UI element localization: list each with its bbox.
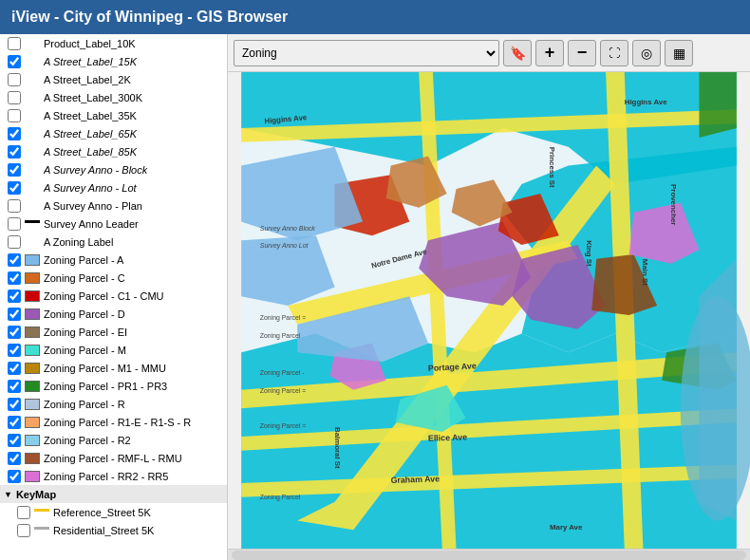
svg-text:Balmoral St: Balmoral St: [333, 427, 342, 469]
map-toolbar: Zoning Streets Parcels Aerial 🔖 + − ⛶ ◎ …: [228, 34, 750, 72]
layer-checkbox[interactable]: [8, 452, 21, 465]
layer-swatch: [25, 38, 40, 49]
layer-checkbox[interactable]: [8, 326, 21, 339]
layer-swatch: [25, 200, 40, 212]
layer-item[interactable]: A Street_Label_85K: [0, 142, 227, 160]
layer-item[interactable]: A Zoning Label: [0, 233, 227, 251]
map-canvas[interactable]: Higgins Ave Higgins Ave Main St Portage …: [228, 72, 750, 549]
layer-swatch: [25, 220, 40, 232]
layer-swatch: [25, 56, 40, 67]
group-label: KeyMap: [16, 489, 56, 500]
layer-checkbox[interactable]: [8, 308, 21, 321]
svg-text:Zoning Parcel -: Zoning Parcel -: [260, 369, 305, 377]
layer-item[interactable]: Zoning Parcel - C1 - CMU: [0, 287, 227, 305]
layer-checkbox[interactable]: [8, 91, 21, 104]
layer-item[interactable]: Product_Label_10K: [0, 34, 227, 52]
layer-label: Zoning Parcel - A: [44, 254, 123, 266]
zoom-out-button[interactable]: −: [568, 40, 596, 66]
svg-text:Graham Ave: Graham Ave: [390, 474, 440, 485]
layer-checkbox[interactable]: [8, 55, 21, 68]
layer-item[interactable]: Reference_Street 5K: [0, 503, 227, 521]
layer-item[interactable]: Zoning Parcel - M: [0, 341, 227, 359]
layer-label: Zoning Parcel - R1-E - R1-S - R: [44, 417, 191, 428]
layer-item[interactable]: Zoning Parcel - D: [0, 305, 227, 323]
layer-item[interactable]: A Street_Label_15K: [0, 52, 227, 70]
layer-item[interactable]: Zoning Parcel - RR2 - RR5: [0, 467, 227, 485]
layer-checkbox[interactable]: [8, 235, 21, 249]
svg-text:Zoning Parcel =: Zoning Parcel =: [260, 314, 306, 322]
layer-label: A Street_Label_300K: [44, 92, 142, 103]
full-extent-button[interactable]: ⛶: [600, 40, 628, 66]
layer-item[interactable]: Zoning Parcel - RMF-L - RMU: [0, 449, 227, 467]
layer-checkbox[interactable]: [8, 253, 21, 267]
layer-swatch: [34, 527, 49, 538]
layer-label: A Zoning Label: [44, 236, 113, 248]
layer-group-g1[interactable]: ▼KeyMap: [0, 485, 227, 503]
more-button[interactable]: ▦: [665, 40, 693, 66]
layer-label: Zoning Parcel - RR2 - RR5: [44, 471, 168, 482]
layer-item[interactable]: A Survey Anno - Plan: [0, 196, 227, 215]
app-title: iView - City of Winnipeg - GIS Browser: [11, 9, 288, 26]
layer-item[interactable]: Zoning Parcel - M1 - MMU: [0, 359, 227, 377]
layer-checkbox[interactable]: [17, 506, 30, 519]
layer-item[interactable]: A Street_Label_2K: [0, 70, 227, 88]
layer-item[interactable]: Zoning Parcel - C: [0, 269, 227, 287]
layer-item[interactable]: A Street_Label_300K: [0, 88, 227, 106]
layer-checkbox[interactable]: [8, 271, 21, 285]
svg-text:Ellice Ave: Ellice Ave: [428, 432, 468, 442]
layer-checkbox[interactable]: [8, 289, 21, 303]
layer-label: A Street_Label_35K: [44, 110, 137, 121]
zoom-in-button[interactable]: +: [535, 40, 564, 66]
layer-item[interactable]: Zoning Parcel - EI: [0, 323, 227, 341]
layer-item[interactable]: Zoning Parcel - R1-E - R1-S - R: [0, 413, 227, 431]
layer-swatch: [25, 236, 40, 248]
svg-text:Provencher: Provencher: [669, 184, 678, 225]
layer-label: Zoning Parcel - R: [44, 399, 125, 410]
layer-checkbox[interactable]: [8, 127, 21, 140]
layer-swatch: [25, 146, 40, 158]
layer-swatch: [25, 363, 40, 374]
layer-item[interactable]: Zoning Parcel - R: [0, 395, 227, 413]
layer-checkbox[interactable]: [8, 37, 21, 50]
layer-checkbox[interactable]: [8, 344, 21, 357]
layer-swatch: [25, 110, 40, 121]
layer-checkbox[interactable]: [8, 362, 21, 375]
layer-checkbox[interactable]: [8, 199, 21, 213]
layer-dropdown[interactable]: Zoning Streets Parcels Aerial: [234, 40, 499, 66]
svg-text:Survey Anno Block: Survey Anno Block: [260, 225, 315, 233]
layer-item[interactable]: A Street_Label_65K: [0, 124, 227, 142]
layer-item[interactable]: A Survey Anno - Lot: [0, 178, 227, 196]
layer-item[interactable]: Zoning Parcel - R2: [0, 431, 227, 449]
svg-text:King St: King St: [585, 240, 593, 267]
layer-item[interactable]: A Street_Label_35K: [0, 106, 227, 124]
layer-label: Zoning Parcel - RMF-L - RMU: [44, 453, 182, 464]
layer-checkbox[interactable]: [8, 181, 21, 195]
bookmark-button[interactable]: 🔖: [503, 40, 532, 66]
gps-button[interactable]: ◎: [632, 40, 661, 66]
layer-item[interactable]: Zoning Parcel - PR1 - PR3: [0, 377, 227, 395]
layer-swatch: [25, 164, 40, 176]
layer-checkbox[interactable]: [8, 398, 21, 411]
layer-checkbox[interactable]: [8, 434, 21, 447]
layer-checkbox[interactable]: [8, 145, 21, 159]
layer-checkbox[interactable]: [8, 163, 21, 177]
svg-text:Main St: Main St: [641, 259, 649, 286]
layer-item[interactable]: Zoning Parcel - A: [0, 251, 227, 269]
layer-item[interactable]: A Survey Anno - Block: [0, 160, 227, 178]
layer-label: Zoning Parcel - C1 - CMU: [44, 290, 164, 302]
layer-item[interactable]: Residential_Street 5K: [0, 521, 227, 539]
layer-checkbox[interactable]: [8, 109, 21, 122]
layer-checkbox[interactable]: [8, 380, 21, 393]
layer-checkbox[interactable]: [8, 217, 21, 231]
svg-text:Princess St: Princess St: [548, 147, 556, 188]
layer-checkbox[interactable]: [17, 524, 30, 537]
layer-checkbox[interactable]: [8, 73, 21, 86]
svg-text:Mary Ave: Mary Ave: [550, 523, 583, 532]
bottom-scrollbar[interactable]: [228, 549, 750, 560]
layer-swatch: [34, 509, 49, 520]
layer-checkbox[interactable]: [8, 416, 21, 429]
layer-panel[interactable]: Product_Label_10KA Street_Label_15KA Str…: [0, 34, 228, 560]
layer-checkbox[interactable]: [8, 470, 21, 483]
layer-swatch: [25, 128, 40, 140]
layer-item[interactable]: Survey Anno Leader: [0, 215, 227, 233]
